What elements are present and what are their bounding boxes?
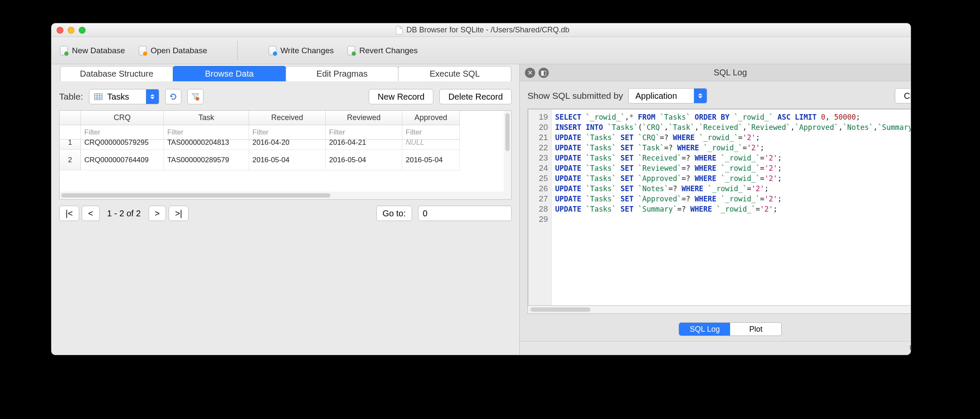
open-database-button[interactable]: Open Database (138, 46, 207, 55)
new-record-button[interactable]: New Record (369, 89, 433, 104)
tab-execute-sql[interactable]: Execute SQL (398, 66, 511, 81)
revert-changes-button[interactable]: Revert Changes (347, 46, 418, 55)
goto-label: Go to: (376, 206, 412, 221)
titlebar: DB Browser for SQLite - /Users/Shared/CR… (52, 23, 911, 37)
vertical-scrollbar[interactable] (504, 111, 511, 192)
left-pane: Database Structure Browse Data Edit Prag… (52, 64, 520, 355)
window-title-text: DB Browser for SQLite - /Users/Shared/CR… (406, 26, 569, 34)
filter-cell (60, 125, 81, 140)
table-select[interactable]: Tasks (89, 89, 159, 104)
filter-input[interactable] (402, 125, 459, 139)
cell[interactable]: 2016-04-21 (326, 140, 402, 150)
app-window: DB Browser for SQLite - /Users/Shared/CR… (51, 23, 911, 355)
svg-rect-0 (95, 94, 102, 100)
tab-sql-log[interactable]: SQL Log (679, 323, 730, 336)
window-controls (57, 27, 86, 34)
right-tab-switch: SQL Log Plot (679, 322, 782, 336)
prev-page-button[interactable]: < (82, 206, 100, 221)
main-tabbar: Database Structure Browse Data Edit Prag… (52, 64, 519, 81)
dropdown-arrows-icon (694, 89, 707, 103)
cell[interactable]: TAS000000204813 (164, 140, 249, 150)
dropdown-arrows-icon (146, 89, 159, 104)
write-changes-button[interactable]: Write Changes (268, 46, 334, 55)
sql-source-select[interactable]: Application (628, 88, 708, 103)
write-changes-label: Write Changes (281, 46, 334, 55)
delete-record-button[interactable]: Delete Record (439, 89, 512, 104)
sql-source-value: Application (632, 91, 694, 101)
revert-icon (347, 46, 356, 55)
tab-database-structure[interactable]: Database Structure (60, 66, 173, 81)
tab-browse-data[interactable]: Browse Data (173, 66, 286, 81)
data-grid: CRQ Task Received Reviewed Approved (59, 110, 512, 200)
close-window-icon[interactable] (57, 27, 63, 34)
cell[interactable]: 2016-04-20 (249, 140, 326, 150)
horizontal-scrollbar[interactable] (60, 192, 511, 199)
show-sql-label: Show SQL submitted by (527, 91, 623, 101)
document-icon (396, 26, 403, 34)
new-database-label: New Database (72, 46, 125, 55)
column-header-rownum[interactable] (60, 111, 81, 125)
close-dock-button[interactable]: ✕ (525, 68, 535, 78)
main-toolbar: New Database Open Database Write Changes… (52, 37, 911, 64)
clear-log-button[interactable]: Clear (895, 88, 911, 103)
filter-input[interactable] (326, 125, 402, 139)
zoom-window-icon[interactable] (79, 27, 86, 34)
last-page-button[interactable]: >| (169, 206, 189, 221)
funnel-icon (191, 92, 200, 101)
table-select-value: Tasks (104, 92, 146, 102)
row-number[interactable]: 1 (60, 140, 81, 150)
refresh-button[interactable] (165, 89, 181, 104)
line-gutter: 1920212223242526272829 (528, 109, 552, 305)
goto-input[interactable] (418, 206, 512, 221)
popout-icon: ◧ (541, 69, 547, 77)
cell[interactable]: CRQ000000764409 (81, 150, 164, 170)
refresh-icon (169, 92, 178, 101)
dock-title: SQL Log (552, 68, 908, 77)
dock-header: ✕ ◧ SQL Log (520, 64, 911, 81)
column-header[interactable]: Approved (402, 111, 460, 125)
cell[interactable]: 2016-05-04 (402, 150, 460, 170)
filter-input[interactable] (81, 125, 163, 139)
close-icon: ✕ (527, 69, 533, 77)
table-icon (93, 92, 104, 101)
column-header[interactable]: CRQ (81, 111, 164, 125)
right-pane: ✕ ◧ SQL Log Show SQL submitted by Applic… (520, 64, 911, 355)
browse-data-panel: Table: Tasks New Reco (52, 81, 519, 355)
tab-edit-pragmas[interactable]: Edit Pragmas (286, 66, 399, 81)
toolbar-separator (237, 41, 238, 60)
cell[interactable]: 2016-05-04 (249, 150, 326, 170)
cell[interactable]: 2016-05-04 (326, 150, 402, 170)
cell[interactable]: TAS000000289579 (164, 150, 249, 170)
new-database-button[interactable]: New Database (59, 46, 125, 55)
pager: |< < 1 - 2 of 2 > >| Go to: (59, 206, 512, 221)
column-header[interactable]: Received (249, 111, 326, 125)
pager-status: 1 - 2 of 2 (102, 209, 146, 218)
next-page-button[interactable]: > (149, 206, 166, 221)
minimize-window-icon[interactable] (68, 27, 75, 34)
tab-plot[interactable]: Plot (730, 323, 781, 336)
cell[interactable]: CRQ000000579295 (81, 140, 164, 150)
database-new-icon (59, 46, 69, 55)
first-page-button[interactable]: |< (59, 206, 79, 221)
window-title: DB Browser for SQLite - /Users/Shared/CR… (86, 26, 880, 34)
log-horizontal-scrollbar[interactable] (528, 306, 911, 313)
row-number[interactable]: 2 (60, 150, 81, 170)
svg-point-5 (196, 97, 199, 100)
save-icon (268, 46, 277, 55)
table-label: Table: (59, 92, 83, 102)
column-header[interactable]: Reviewed (326, 111, 402, 125)
statusbar: UTF-8 (520, 341, 911, 355)
sql-log-view[interactable]: 1920212223242526272829 SELECT `_rowid_`,… (528, 109, 911, 306)
clear-filters-button[interactable] (187, 89, 203, 104)
cell[interactable]: NULL (402, 140, 460, 150)
revert-changes-label: Revert Changes (359, 46, 418, 55)
filter-input[interactable] (249, 125, 325, 139)
database-open-icon (138, 46, 147, 55)
open-database-label: Open Database (151, 46, 207, 55)
column-header[interactable]: Task (164, 111, 249, 125)
sql-log-code: SELECT `_rowid_`,* FROM `Tasks` ORDER BY… (552, 109, 911, 305)
encoding-indicator[interactable]: UTF-8 (909, 344, 911, 353)
undock-button[interactable]: ◧ (539, 68, 549, 78)
filter-input[interactable] (164, 125, 249, 139)
